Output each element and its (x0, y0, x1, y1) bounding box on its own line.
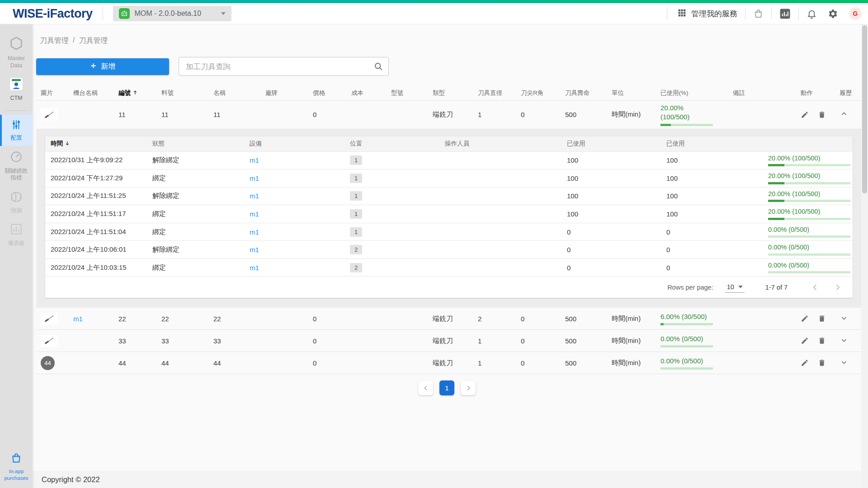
page-1-button[interactable]: 1 (439, 380, 454, 395)
next-page-icon[interactable] (833, 282, 843, 292)
col-header[interactable]: 型號 (387, 89, 428, 97)
edit-pencil-icon[interactable] (801, 111, 809, 119)
sidebar-item-master-data[interactable]: Master Data (0, 32, 33, 73)
store-bag-icon[interactable] (753, 9, 764, 19)
tool-image[interactable] (41, 313, 58, 325)
tool-image[interactable] (41, 108, 58, 121)
tool-life: 500 (561, 315, 607, 323)
logo: WISE-iFactory (13, 7, 93, 21)
sidebar-item-prediction[interactable]: 預測 (0, 186, 33, 219)
edit-pencil-icon[interactable] (801, 359, 809, 367)
hexagon-icon (9, 36, 24, 53)
device-link[interactable]: m1 (250, 174, 259, 182)
col-header[interactable]: 已使用 (661, 140, 763, 148)
search-input[interactable] (179, 57, 389, 76)
unit: 時間(min) (607, 110, 656, 119)
chevron-up-icon[interactable] (840, 109, 849, 118)
tool-avatar[interactable]: 44 (41, 356, 55, 370)
dashboard-chart-icon (9, 222, 23, 238)
search-icon[interactable] (373, 61, 383, 73)
next-page-button[interactable] (461, 380, 476, 395)
user-avatar[interactable]: G (849, 7, 862, 20)
previous-page-button[interactable] (418, 380, 433, 395)
usage-text: 20.00% (100/500) (768, 207, 820, 216)
usage-progress (768, 164, 850, 166)
sidebar-item-label: 配置 (11, 135, 22, 142)
delete-trash-icon[interactable] (818, 314, 826, 323)
delete-trash-icon[interactable] (818, 359, 826, 367)
breadcrumb-section[interactable]: 刀具管理 (40, 36, 69, 46)
col-header[interactable]: 圖片 (36, 89, 69, 97)
col-header[interactable]: 狀態 (147, 140, 244, 148)
usage-cell: 0.00% (0/500) (763, 223, 853, 241)
col-header[interactable]: 刀具壽命 (561, 89, 607, 97)
tool-type: 端銑刀 (428, 314, 473, 323)
add-button[interactable]: 新增 (36, 58, 169, 75)
usage-cell: 6.00% (30/500) (656, 310, 728, 328)
used-value: 0 (561, 228, 661, 236)
chevron-down-icon[interactable] (840, 358, 849, 367)
usage-progress (768, 200, 850, 202)
previous-page-icon[interactable] (810, 282, 820, 292)
chevron-down-icon[interactable] (840, 336, 849, 345)
scrollbar-thumb[interactable] (862, 25, 867, 193)
device-link[interactable]: m1 (250, 264, 259, 272)
manage-services-button[interactable]: 管理我的服務 (677, 8, 737, 19)
col-header[interactable]: 名稱 (209, 89, 261, 97)
col-header[interactable]: 備註 (728, 89, 796, 97)
sidebar-item-kpi[interactable]: 關鍵績效指標 (0, 146, 33, 186)
diameter: 2 (473, 315, 516, 323)
settings-gear-icon[interactable] (828, 9, 838, 19)
device-link[interactable]: m1 (250, 156, 259, 164)
history-row: 2022/10/24 上午11:51:25 解除綁定 m1 1 100 100 … (45, 187, 853, 205)
device-link[interactable]: m1 (250, 228, 259, 236)
app-selector[interactable]: MOM - 2.0.0-beta.10 (113, 6, 231, 21)
col-header[interactable]: 機台名稱 (69, 89, 114, 97)
col-header[interactable]: 成本 (347, 89, 387, 97)
analytics-icon[interactable] (779, 8, 791, 19)
sidebar-item-configuration[interactable]: 配置 (0, 115, 33, 146)
chevron-down-icon[interactable] (840, 314, 849, 323)
machine-link[interactable]: m1 (73, 315, 83, 323)
diameter: 1 (473, 111, 516, 118)
col-header[interactable]: 廠牌 (261, 89, 308, 97)
col-header[interactable]: 設備 (244, 140, 344, 148)
col-header[interactable]: 料號 (157, 89, 209, 97)
sidebar-item-ctm[interactable]: CTM (0, 73, 33, 106)
device-link[interactable]: m1 (250, 246, 259, 253)
device-link[interactable]: m1 (250, 210, 259, 218)
tool-name: 33 (209, 337, 261, 345)
col-header[interactable]: 價格 (308, 89, 347, 97)
edit-pencil-icon[interactable] (801, 337, 809, 345)
sidebar-item-dashboard[interactable]: 儀表板 (0, 218, 33, 251)
col-header[interactable]: 位置 (344, 140, 439, 148)
history-row: 2022/10/24 上午11:51:17 綁定 m1 1 100 100 20… (45, 205, 853, 223)
rows-per-page-select[interactable]: 10 (725, 282, 745, 293)
col-header[interactable]: 刀尖R角 (516, 89, 561, 97)
device-link[interactable]: m1 (250, 192, 259, 200)
tool-no: 33 (114, 337, 157, 345)
sidebar: Master Data CTM 配置 關鍵績效指標 (0, 24, 33, 488)
col-header-sorted[interactable]: 編號 (114, 89, 157, 97)
used-value: 100 (561, 156, 661, 164)
col-header[interactable]: 單位 (607, 89, 656, 97)
breadcrumb: 刀具管理 / 刀具管理 (40, 36, 861, 46)
col-header[interactable]: 操作人員 (439, 140, 561, 148)
col-header[interactable]: 刀具直徑 (473, 89, 516, 97)
edit-pencil-icon[interactable] (801, 314, 809, 323)
delete-trash-icon[interactable] (818, 337, 826, 345)
tool-image[interactable] (41, 335, 58, 347)
col-header[interactable]: 已使用 (561, 140, 661, 148)
status: 解除綁定 (147, 156, 244, 164)
vertical-scrollbar[interactable] (861, 24, 868, 488)
col-header-sorted[interactable]: 時間 (45, 140, 147, 148)
table-row: 44 44 44 44 0 端銑刀 1 0 500 時間(min) 0.00% … (36, 352, 861, 374)
notifications-bell-icon[interactable] (807, 9, 817, 19)
actions-cell (796, 359, 835, 367)
delete-trash-icon[interactable] (818, 111, 826, 119)
col-header[interactable]: 已使用(%) (656, 89, 728, 97)
table-row: m1 22 22 22 0 端銑刀 2 0 500 時間(min) 6.00% … (36, 308, 861, 330)
status: 解除綁定 (147, 192, 244, 200)
col-header[interactable]: 類型 (428, 89, 473, 97)
sidebar-item-in-app-purchases[interactable]: In-app purchases (0, 448, 33, 485)
